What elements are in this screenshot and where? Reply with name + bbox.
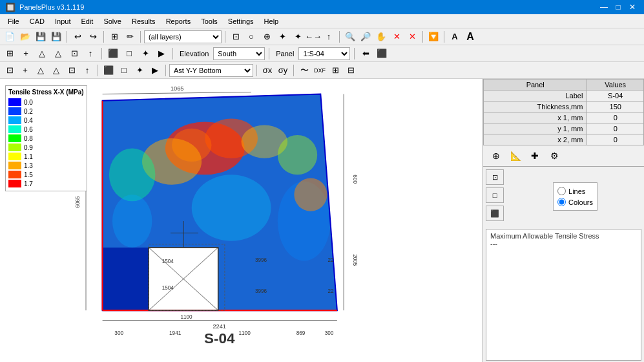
font-btn[interactable]: A	[448, 30, 462, 44]
layer-dropdown[interactable]: (all layers)	[144, 30, 222, 43]
menu-reports[interactable]: Reports	[161, 14, 196, 28]
radio-lines[interactable]: Lines	[557, 187, 593, 195]
panel-tool-1[interactable]: ⊡	[486, 169, 504, 185]
svg-text:2005: 2005	[352, 254, 358, 266]
tb2-4[interactable]: △	[51, 47, 65, 61]
menu-results[interactable]: Results	[127, 14, 161, 28]
menu-input[interactable]: Input	[50, 14, 76, 28]
tb2-1[interactable]: ⊞	[3, 47, 17, 61]
ast-t10[interactable]: ▶	[148, 63, 162, 78]
radio-lines-input[interactable]	[557, 187, 566, 195]
radio-colours-input[interactable]	[557, 198, 566, 206]
panel-icon-1[interactable]: ⊕	[488, 148, 504, 164]
row0-value: S-04	[587, 90, 644, 101]
radio-colours[interactable]: Colours	[557, 198, 593, 206]
legend-color-6	[8, 153, 21, 160]
ast-t3[interactable]: △	[34, 63, 48, 78]
row4-value: 0	[587, 134, 644, 145]
ast-t12[interactable]: ⊟	[344, 63, 358, 78]
tool7-btn[interactable]: ↑	[322, 30, 336, 44]
tool2-btn[interactable]: ○	[244, 30, 258, 44]
search-btn[interactable]: 🔍	[343, 30, 357, 44]
tb2-7[interactable]: ⬛	[106, 47, 120, 61]
panel-dropdown[interactable]: 1:S-04	[298, 47, 350, 60]
font2-btn[interactable]: A	[463, 30, 477, 44]
sep8	[101, 48, 102, 59]
row1-label: Thickness,mm	[484, 101, 587, 112]
tool1-btn[interactable]: ⊡	[229, 30, 243, 44]
tool5-btn[interactable]: ✦	[291, 30, 305, 44]
tool6-btn[interactable]: ←→	[306, 30, 320, 44]
sep2	[103, 31, 104, 43]
ast-t5[interactable]: ⊡	[65, 63, 79, 78]
legend-title: Tensile Stress X-X (MPa)	[8, 89, 84, 96]
panel-nav2[interactable]: ⬛	[375, 47, 389, 61]
ast-t8[interactable]: □	[117, 63, 131, 78]
tool4-btn[interactable]: ✦	[275, 30, 289, 44]
legend-row-7: 1.3	[8, 161, 84, 170]
minimize-button[interactable]: —	[597, 1, 610, 14]
panel-icon-4[interactable]: ⚙	[546, 148, 562, 164]
ast-wave[interactable]: 〜	[297, 63, 311, 78]
redo-btn[interactable]: ↪	[86, 30, 100, 44]
menu-settings[interactable]: Settings	[223, 14, 259, 28]
svg-text:22: 22	[328, 288, 335, 294]
ast-t6[interactable]: ↑	[80, 63, 94, 78]
tb2-6[interactable]: ↑	[83, 47, 98, 61]
undo-btn[interactable]: ↩	[70, 30, 85, 44]
ast-t4[interactable]: △	[49, 63, 63, 78]
panel-nav1[interactable]: ⬅	[358, 47, 373, 61]
canvas-area[interactable]: 1065 6065 2241 3996 22 3996 22 1100 1504…	[0, 79, 483, 362]
sep13	[165, 65, 166, 76]
legend-color-3	[8, 125, 21, 133]
save-btn[interactable]: 💾	[34, 30, 48, 44]
ast-t9[interactable]: ✦	[132, 63, 147, 78]
tb2-2[interactable]: +	[19, 47, 33, 61]
ast-t7[interactable]: ⬛	[101, 63, 116, 78]
pan-btn[interactable]: ✋	[374, 30, 388, 44]
menu-edit[interactable]: Edit	[76, 14, 98, 28]
tb2-8[interactable]: □	[122, 47, 136, 61]
x-btn[interactable]: ✕	[390, 30, 404, 44]
menu-help[interactable]: Help	[259, 14, 284, 28]
filter-btn[interactable]: 🔽	[426, 30, 441, 44]
menu-cad[interactable]: CAD	[25, 14, 50, 28]
legend-row-4: 0.8	[8, 134, 84, 143]
magnify-btn[interactable]: 🔎	[358, 30, 373, 44]
draw-btn[interactable]: ✏	[123, 30, 137, 44]
elevation-dropdown[interactable]: South	[213, 47, 265, 60]
maximize-button[interactable]: □	[612, 1, 625, 14]
panel-icon-2[interactable]: 📐	[508, 148, 523, 164]
tool3-btn[interactable]: ⊕	[260, 30, 274, 44]
ast-dropdown[interactable]: Ast Y-Y Bottom	[169, 64, 253, 77]
open-btn[interactable]: 📂	[18, 30, 32, 44]
panel-table-container[interactable]: Panel Values Label S-04 Thickness,mm 150…	[483, 79, 644, 145]
ast-t11[interactable]: ⊞	[328, 63, 342, 78]
panel-tool-2[interactable]: □	[486, 187, 504, 203]
legend-row-9: 1.7	[8, 179, 84, 188]
toolbar-1: 📄 📂 💾 💾 ↩ ↪ ⊞ ✏ (all layers) ⊡ ○ ⊕ ✦ ✦ ←…	[0, 28, 644, 45]
panel-icon-3[interactable]: ✚	[527, 148, 543, 164]
svg-text:3996: 3996	[255, 288, 267, 294]
tb2-10[interactable]: ▶	[154, 47, 169, 61]
legend-color-1	[8, 107, 21, 115]
ast-t2[interactable]: +	[18, 63, 32, 78]
tb2-3[interactable]: △	[35, 47, 49, 61]
panel-tool-3[interactable]: ⬛	[486, 206, 504, 221]
save2-btn[interactable]: 💾	[49, 30, 63, 44]
tb2-5[interactable]: ⊡	[67, 47, 81, 61]
sigma-x[interactable]: σx	[260, 63, 275, 78]
title-bar-controls: — □ ✕	[597, 1, 639, 14]
menu-solve[interactable]: Solve	[98, 14, 127, 28]
ast-t1[interactable]: ⊡	[3, 63, 17, 78]
ast-dxf[interactable]: DXF	[313, 63, 327, 78]
x2-btn[interactable]: ✕	[405, 30, 419, 44]
legend-color-8	[8, 171, 21, 178]
sigma-y[interactable]: σy	[276, 63, 290, 78]
new-btn[interactable]: 📄	[3, 30, 17, 44]
grid-btn[interactable]: ⊞	[107, 30, 121, 44]
close-button[interactable]: ✕	[626, 1, 639, 14]
menu-file[interactable]: File	[3, 14, 25, 28]
menu-tools[interactable]: Tools	[196, 14, 223, 28]
tb2-9[interactable]: ✦	[138, 47, 152, 61]
